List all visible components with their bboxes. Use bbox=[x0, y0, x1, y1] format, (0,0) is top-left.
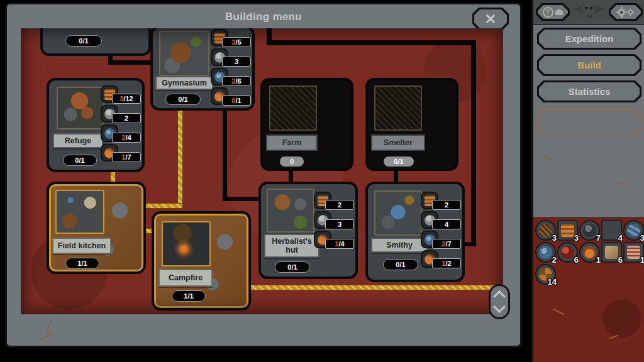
scratch-decor bbox=[47, 321, 52, 332]
card-image bbox=[374, 85, 422, 131]
card-count-badge: 0/1 bbox=[63, 155, 97, 166]
cost-wood: 3/5 bbox=[211, 29, 251, 48]
scroll-down-icon[interactable] bbox=[493, 300, 506, 313]
cost-list: 2 3 1/4 bbox=[314, 192, 354, 250]
cost-list: 2 4 2/7 1/2 bbox=[421, 192, 461, 270]
card-count-badge: 0/1 bbox=[165, 94, 201, 105]
card-title: Gymnasium bbox=[155, 76, 213, 90]
metal-ore-icon bbox=[539, 246, 552, 259]
card-image bbox=[159, 31, 209, 76]
coal-icon bbox=[583, 224, 596, 237]
close-button[interactable] bbox=[472, 8, 509, 30]
card-count-badge: 0/1 bbox=[383, 259, 418, 270]
card-title: Field kitchen bbox=[52, 238, 111, 254]
clay-pots-icon bbox=[583, 246, 596, 259]
tab-build[interactable]: Build bbox=[537, 54, 641, 76]
scratch-decor bbox=[39, 332, 54, 341]
card-herbalists-hut[interactable]: Herbalist's hut 0/1 2 3 1/4 bbox=[261, 184, 355, 277]
scrap-metal-icon bbox=[627, 224, 640, 237]
cost-clay: 1/7 bbox=[101, 144, 141, 163]
resource-firewood[interactable]: 3 bbox=[557, 220, 578, 241]
cost-stone: 4 bbox=[421, 211, 461, 231]
resource-coal[interactable]: 7 bbox=[579, 220, 600, 241]
card-image bbox=[374, 190, 422, 236]
card-gymnasium[interactable]: Gymnasium 0/1 3/5 3 2/6 0/1 bbox=[153, 28, 252, 108]
meat-icon bbox=[561, 246, 574, 259]
scratch-decor bbox=[540, 155, 553, 160]
empty-tab-slot bbox=[537, 108, 641, 136]
card-count-badge: 0 bbox=[279, 156, 304, 167]
connector-line bbox=[267, 40, 476, 45]
card-count-badge: 0/1 bbox=[383, 156, 414, 167]
page-title: Building menu bbox=[7, 4, 520, 30]
bandages-icon bbox=[627, 246, 640, 259]
resource-bandages[interactable]: 1 bbox=[623, 242, 644, 263]
help-button[interactable]: ? bbox=[536, 3, 570, 21]
card-partial[interactable]: 0/1 bbox=[43, 28, 148, 53]
card-refuge[interactable]: Refuge 0/1 3/12 2 2/4 1/7 bbox=[49, 80, 142, 170]
connector-line-built bbox=[143, 203, 183, 209]
cost-list: 3/12 2 2/4 1/7 bbox=[101, 85, 141, 163]
question-icon: ? bbox=[543, 7, 553, 18]
cost-clay: 1/2 bbox=[421, 250, 461, 270]
card-campfire[interactable]: Campfire 1/1 bbox=[154, 214, 248, 308]
sidebar-emblem-bar: ? bbox=[533, 0, 644, 25]
building-icon bbox=[555, 9, 564, 15]
cost-metal: 2/6 bbox=[211, 68, 251, 87]
resource-scrap-metal[interactable]: 3 bbox=[623, 220, 644, 241]
card-field-kitchen[interactable]: Field kitchen 1/1 bbox=[49, 184, 143, 272]
gear-icon bbox=[628, 9, 633, 14]
connector-line bbox=[289, 168, 293, 185]
connector-line bbox=[223, 197, 263, 201]
connector-line bbox=[108, 60, 156, 65]
card-count-badge: 1/1 bbox=[172, 290, 206, 302]
screen: { "palette":{ "accent_gold":"#d7a94f","p… bbox=[0, 0, 644, 362]
gear-icon bbox=[618, 9, 625, 16]
connector-line bbox=[223, 108, 227, 201]
resource-branches[interactable]: 3 bbox=[535, 220, 556, 241]
resource-stone[interactable]: 4 bbox=[601, 220, 622, 241]
leather-icon bbox=[605, 246, 618, 259]
scratch-decor bbox=[609, 334, 619, 339]
cost-stone: 3 bbox=[211, 48, 251, 68]
card-count-badge: 0/1 bbox=[65, 35, 102, 47]
scrollbar[interactable] bbox=[489, 284, 510, 319]
cost-metal: 2/7 bbox=[421, 231, 461, 250]
card-smelter[interactable]: Smelter 0/1 bbox=[368, 80, 456, 168]
card-title: Farm bbox=[266, 134, 318, 151]
sidebar: ? Expedition Build Statistics 3 bbox=[531, 0, 644, 362]
resource-metal-ore[interactable]: 2 bbox=[535, 242, 556, 263]
resource-meat[interactable]: 6 bbox=[557, 242, 578, 263]
card-farm[interactable]: Farm 0 bbox=[263, 80, 351, 168]
firewood-icon bbox=[561, 224, 574, 237]
cost-metal: 2/4 bbox=[101, 124, 141, 144]
building-tree-viewport[interactable]: 0/1 Gymnasium 0/1 3/5 3 2/6 0/1 bbox=[21, 28, 503, 314]
resource-clay-pots[interactable]: 1 bbox=[579, 242, 600, 263]
tab-statistics[interactable]: Statistics bbox=[537, 80, 641, 102]
resource-leather[interactable]: 6 bbox=[601, 242, 622, 263]
cost-wood: 2 bbox=[421, 192, 461, 211]
scratch-decor bbox=[615, 181, 626, 185]
cost-list: 3/5 3 2/6 0/1 bbox=[211, 29, 251, 107]
cost-clay: 0/1 bbox=[211, 87, 251, 107]
inventory-panel: 3 3 7 4 3 2 6 bbox=[533, 217, 644, 362]
cost-wood: 2 bbox=[314, 192, 354, 211]
card-count-badge: 1/1 bbox=[65, 258, 99, 269]
card-image bbox=[267, 189, 314, 233]
scratch-decor bbox=[553, 309, 565, 315]
card-image bbox=[269, 85, 317, 131]
stone-icon bbox=[605, 224, 618, 237]
card-image bbox=[57, 87, 104, 129]
connector-line-built bbox=[177, 109, 183, 209]
resource-rope[interactable]: 14 bbox=[535, 264, 556, 285]
connector-line bbox=[394, 168, 398, 185]
connector-line-built bbox=[247, 285, 500, 290]
connector-line bbox=[471, 40, 476, 246]
settings-button[interactable] bbox=[609, 3, 643, 21]
card-smithy[interactable]: Smithy 0/1 2 4 2/7 1/2 bbox=[368, 184, 462, 280]
tab-expedition[interactable]: Expedition bbox=[537, 28, 641, 50]
cost-clay: 1/4 bbox=[314, 231, 354, 250]
card-title: Smelter bbox=[371, 134, 425, 151]
card-image bbox=[55, 190, 104, 234]
cost-stone: 3 bbox=[314, 211, 354, 231]
